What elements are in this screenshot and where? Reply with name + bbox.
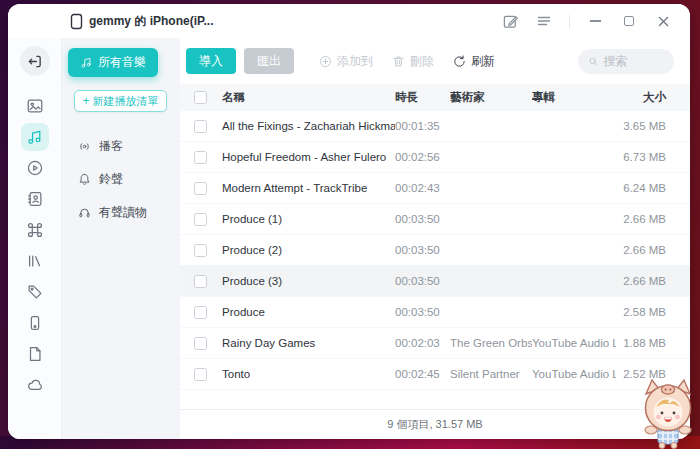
audiobook-icon xyxy=(77,205,92,220)
back-exit-button[interactable] xyxy=(20,46,50,76)
refresh-button[interactable]: 刷新 xyxy=(452,53,495,70)
main-panel: 導入 匯出 添加到 刪除 xyxy=(180,38,690,439)
cell-duration: 00:03:50 xyxy=(395,244,450,256)
cell-duration: 00:01:35 xyxy=(395,120,450,132)
sidebar-item-podcast[interactable]: 播客 xyxy=(62,130,180,163)
cell-album: YouTube Audio Libr... xyxy=(532,337,616,349)
export-button[interactable]: 匯出 xyxy=(244,48,294,74)
cell-duration: 00:03:50 xyxy=(395,275,450,287)
rail-item-photos[interactable] xyxy=(21,92,49,120)
new-playlist-button[interactable]: + 新建播放清單 xyxy=(74,90,167,112)
row-checkbox[interactable] xyxy=(194,244,207,257)
maximize-button[interactable] xyxy=(620,12,638,30)
rail-item-device[interactable] xyxy=(21,309,49,337)
refresh-icon xyxy=(452,54,467,69)
rail-item-contacts[interactable] xyxy=(21,185,49,213)
table-row[interactable]: Produce (2) 00:03:50 2.66 MB xyxy=(180,235,690,266)
cell-size: 2.66 MB xyxy=(616,244,666,256)
titlebar-divider xyxy=(569,15,570,28)
feedback-edit-icon[interactable] xyxy=(501,12,519,30)
table-row[interactable]: Produce (1) 00:03:50 2.66 MB xyxy=(180,204,690,235)
contacts-icon xyxy=(26,190,44,208)
cell-size: 2.66 MB xyxy=(616,213,666,225)
device-icon xyxy=(26,314,44,332)
header-album[interactable]: 專輯 xyxy=(532,90,616,105)
header-name[interactable]: 名稱 xyxy=(222,90,395,105)
sidebar-item-all-music[interactable]: 所有音樂 xyxy=(68,48,158,77)
table-row[interactable]: Hopeful Freedom - Asher Fulero 00:02:56 … xyxy=(180,142,690,173)
cell-size: 2.66 MB xyxy=(616,275,666,287)
row-checkbox[interactable] xyxy=(194,337,207,350)
sidebar-item-label: 播客 xyxy=(99,138,123,155)
rail-item-books[interactable] xyxy=(21,247,49,275)
rail-item-apps[interactable] xyxy=(21,216,49,244)
row-checkbox[interactable] xyxy=(194,275,207,288)
sidebar-item-label: 有聲讀物 xyxy=(99,204,147,221)
table-row[interactable]: Produce (3) 00:03:50 2.66 MB xyxy=(180,266,690,297)
title-bar: gemmy 的 iPhone(iP... xyxy=(8,4,690,38)
device-title-label: gemmy 的 iPhone(iP... xyxy=(89,13,213,30)
header-artist[interactable]: 藝術家 xyxy=(450,90,532,105)
status-bar: 9 個項目, 31.57 MB xyxy=(180,409,690,439)
table-row[interactable]: Produce 00:03:50 2.58 MB xyxy=(180,297,690,328)
cell-name: Hopeful Freedom - Asher Fulero xyxy=(222,151,395,163)
cell-name: Modern Attempt - TrackTribe xyxy=(222,182,395,194)
cell-name: Produce (1) xyxy=(222,213,395,225)
cell-duration: 00:03:50 xyxy=(395,213,450,225)
table-row[interactable]: All the Fixings - Zachariah Hickman 00:0… xyxy=(180,111,690,142)
table-header: 名稱 時長 藝術家 專輯 大小 xyxy=(180,84,690,111)
cell-name: All the Fixings - Zachariah Hickman xyxy=(222,120,395,132)
minimize-button[interactable] xyxy=(586,12,604,30)
cell-size: 6.73 MB xyxy=(616,151,666,163)
table-row[interactable]: Rainy Day Games 00:02:03 The Green Orbs … xyxy=(180,328,690,359)
header-size[interactable]: 大小 xyxy=(616,90,666,105)
cell-duration: 00:02:43 xyxy=(395,182,450,194)
app-window: gemmy 的 iPhone(iP... xyxy=(8,4,690,439)
bell-icon xyxy=(77,172,92,187)
toolbar: 導入 匯出 添加到 刪除 xyxy=(180,38,690,84)
cell-name: Produce xyxy=(222,306,395,318)
row-checkbox[interactable] xyxy=(194,368,207,381)
row-checkbox[interactable] xyxy=(194,182,207,195)
rail-item-tags[interactable] xyxy=(21,278,49,306)
rail-item-music[interactable] xyxy=(21,123,49,151)
cell-artist: The Green Orbs xyxy=(450,337,532,349)
close-button[interactable] xyxy=(654,12,672,30)
all-music-label: 所有音樂 xyxy=(98,54,146,71)
row-checkbox[interactable] xyxy=(194,151,207,164)
menu-icon[interactable] xyxy=(535,12,553,30)
rail-item-videos[interactable] xyxy=(21,154,49,182)
delete-button[interactable]: 刪除 xyxy=(391,53,434,70)
select-all-checkbox[interactable] xyxy=(194,91,207,104)
device-title: gemmy 的 iPhone(iP... xyxy=(70,13,213,30)
cell-duration: 00:03:50 xyxy=(395,306,450,318)
cell-name: Tonto xyxy=(222,368,395,380)
cell-size: 6.24 MB xyxy=(616,182,666,194)
header-duration[interactable]: 時長 xyxy=(395,90,450,105)
row-checkbox[interactable] xyxy=(194,120,207,133)
cloud-icon xyxy=(26,376,44,394)
search-icon xyxy=(588,55,598,68)
search-input[interactable] xyxy=(603,54,664,68)
phone-icon xyxy=(70,13,83,30)
row-checkbox[interactable] xyxy=(194,306,207,319)
sidebar-item-audiobooks[interactable]: 有聲讀物 xyxy=(62,196,180,229)
plus-icon: + xyxy=(82,95,89,107)
row-checkbox[interactable] xyxy=(194,213,207,226)
add-to-button[interactable]: 添加到 xyxy=(318,53,373,70)
sidebar-item-ringtones[interactable]: 鈴聲 xyxy=(62,163,180,196)
cell-size: 1.88 MB xyxy=(616,337,666,349)
search-box xyxy=(578,49,674,74)
import-button[interactable]: 導入 xyxy=(186,48,236,74)
table-row[interactable]: Modern Attempt - TrackTribe 00:02:43 6.2… xyxy=(180,173,690,204)
cell-duration: 00:02:45 xyxy=(395,368,450,380)
rail-item-files[interactable] xyxy=(21,340,49,368)
cell-size: 2.58 MB xyxy=(616,306,666,318)
table-row[interactable]: Tonto 00:02:45 Silent Partner YouTube Au… xyxy=(180,359,690,390)
apps-icon xyxy=(26,221,44,239)
rail-item-cloud[interactable] xyxy=(21,371,49,399)
books-icon xyxy=(26,252,44,270)
music-icon xyxy=(26,128,44,146)
cell-artist: Silent Partner xyxy=(450,368,532,380)
podcast-icon xyxy=(77,139,92,154)
